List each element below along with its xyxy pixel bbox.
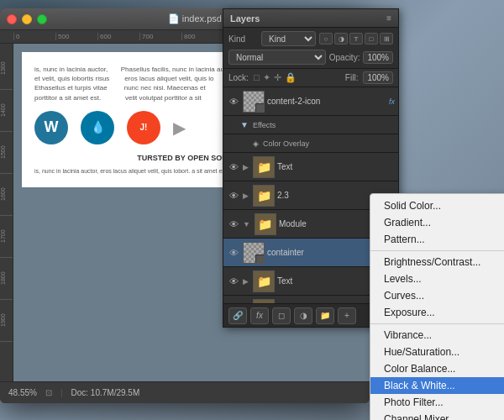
filter-shape-icon[interactable]: □	[365, 33, 378, 45]
doc-size: Doc: 10.7M/29.5M	[71, 388, 140, 397]
filter-adjustment-icon[interactable]: ◑	[334, 33, 348, 45]
filter-label: Kind	[228, 34, 258, 44]
layer-visibility-icon[interactable]: 👁	[227, 191, 240, 201]
menu-item-pattern[interactable]: Pattern...	[370, 231, 504, 248]
layer-thumbnail: 📁	[253, 185, 275, 207]
layer-thumbnail: 📁	[255, 213, 276, 235]
minimize-button[interactable]	[22, 14, 32, 24]
layer-row[interactable]: 👁 content-2-icon fx	[223, 87, 398, 116]
link-layers-button[interactable]: 🔗	[228, 307, 247, 324]
more-logos: ▶	[173, 116, 186, 139]
drupal-logo: 💧	[81, 111, 114, 144]
close-button[interactable]	[7, 14, 17, 24]
color-overlay-label: Color Overlay	[263, 139, 309, 148]
lock-label: Lock:	[228, 73, 249, 82]
context-menu: Solid Color... Gradient... Pattern... Br…	[370, 193, 504, 420]
lock-row: Lock: □ ✦ ✛ 🔒 Fill: 100%	[223, 69, 398, 87]
wordpress-logo: W	[34, 111, 68, 144]
folder-icon: 📁	[254, 271, 274, 291]
thumb-overlay	[255, 255, 264, 263]
sub-layer-effects[interactable]: ▼ Effects	[223, 116, 398, 134]
ruler-left: 1300 1400 1500 1600 1700 1800 1900	[0, 44, 13, 381]
lock-position-icon[interactable]: ✛	[274, 72, 281, 83]
expand-icon[interactable]: ▼	[243, 220, 250, 228]
layer-info: Text	[277, 162, 395, 171]
panel-title-area: Layers	[230, 13, 260, 24]
traffic-lights	[7, 14, 47, 24]
panel-title: Layers	[230, 13, 260, 24]
menu-item-color-balance[interactable]: Color Balance...	[370, 360, 504, 377]
filter-row: Kind Kind ○ ◑ T □ ⊞	[228, 31, 393, 46]
expand-icon[interactable]: ▶	[243, 163, 249, 171]
zoom-level: 48.55%	[8, 388, 37, 397]
fill-value[interactable]: 100%	[363, 71, 393, 84]
create-new-layer-button[interactable]: +	[338, 307, 356, 324]
menu-item-gradient[interactable]: Gradient...	[370, 214, 504, 231]
panel-titlebar: Layers ≡	[223, 9, 398, 28]
layer-thumbnail: 📁	[253, 299, 275, 304]
layer-info: content-2-icon	[267, 97, 386, 106]
ruler-mark: 600	[97, 33, 139, 40]
ruler-mark: 500	[55, 33, 97, 40]
folder-icon: 📁	[255, 214, 276, 234]
lock-icons: □ ✦ ✛ 🔒	[254, 72, 297, 83]
layer-name: Text	[277, 162, 395, 171]
fill-label: Fill:	[345, 73, 359, 82]
create-new-fill-button[interactable]: ◑	[294, 307, 312, 324]
menu-item-black-white[interactable]: Black & White...	[370, 377, 504, 394]
folder-icon: 📁	[254, 157, 274, 177]
effects-label: Effects	[253, 121, 276, 129]
menu-item-channel-mixer[interactable]: Channel Mixer...	[370, 411, 504, 420]
ruler-mark: 700	[139, 33, 181, 40]
maximize-button[interactable]	[37, 14, 47, 24]
blend-mode-select[interactable]: Normal	[228, 50, 326, 65]
menu-separator	[370, 323, 504, 324]
thumb-overlay	[255, 103, 264, 112]
menu-item-solid-color[interactable]: Solid Color...	[370, 197, 504, 214]
layer-visibility-icon[interactable]: 👁	[227, 219, 240, 229]
add-layer-style-button[interactable]: fx	[250, 307, 269, 324]
ruler-mark: 800	[181, 33, 223, 40]
status-bar: 48.55% ⊡ | Doc: 10.7M/29.5M	[0, 381, 370, 403]
opacity-row: Normal Opacity: 100%	[228, 50, 393, 65]
menu-item-hue-saturation[interactable]: Hue/Saturation...	[370, 344, 504, 360]
layer-visibility-icon[interactable]: 👁	[227, 276, 240, 286]
menu-item-brightness-contrast[interactable]: Brightness/Contrast...	[370, 254, 504, 270]
menu-item-vibrance[interactable]: Vibrance...	[370, 327, 504, 344]
opacity-label: Opacity:	[329, 53, 360, 62]
add-mask-button[interactable]: ◻	[272, 307, 291, 324]
filter-type-icon[interactable]: T	[349, 33, 363, 45]
lock-pixels-icon[interactable]: ✦	[263, 72, 270, 83]
lock-transparent-icon[interactable]: □	[254, 72, 260, 83]
sub-layer-color-overlay[interactable]: ◈ Color Overlay	[223, 134, 398, 153]
menu-separator	[370, 250, 504, 251]
expand-icon[interactable]: ▶	[243, 277, 249, 286]
expand-icon[interactable]: ▶	[243, 192, 249, 200]
lock-all-icon[interactable]: 🔒	[285, 72, 297, 83]
folder-icon: 📁	[254, 186, 274, 206]
panel-controls: Kind Kind ○ ◑ T □ ⊞ Normal Opacity: 100%	[223, 28, 398, 69]
filter-pixel-icon[interactable]: ○	[319, 33, 333, 45]
layer-name: content-2-icon	[267, 97, 386, 106]
color-overlay-icon: ◈	[253, 139, 259, 148]
menu-item-photo-filter[interactable]: Photo Filter...	[370, 394, 504, 411]
folder-icon: 📁	[254, 300, 274, 304]
layer-row[interactable]: 👁 ▶ 📁 Text	[223, 153, 398, 181]
layer-visibility-icon[interactable]: 👁	[227, 97, 240, 107]
menu-item-levels[interactable]: Levels...	[370, 270, 504, 287]
layer-thumbnail: 📁	[253, 156, 275, 178]
filter-icons: ○ ◑ T □ ⊞	[319, 33, 393, 45]
opacity-value[interactable]: 100%	[363, 51, 393, 64]
fx-badge: fx	[389, 97, 395, 106]
joomla-logo: J!	[127, 111, 160, 144]
filter-smart-icon[interactable]: ⊞	[380, 33, 393, 45]
layer-thumbnail	[243, 242, 265, 264]
filter-select[interactable]: Kind	[261, 31, 316, 46]
menu-item-exposure[interactable]: Exposure...	[370, 304, 504, 321]
layer-visibility-icon[interactable]: 👁	[227, 162, 240, 172]
panel-menu-icon[interactable]: ≡	[386, 13, 391, 23]
effects-icon: ▼	[240, 120, 249, 129]
menu-item-curves[interactable]: Curves...	[370, 287, 504, 304]
layer-visibility-icon[interactable]: 👁	[227, 248, 240, 258]
create-group-button[interactable]: 📁	[316, 307, 334, 324]
